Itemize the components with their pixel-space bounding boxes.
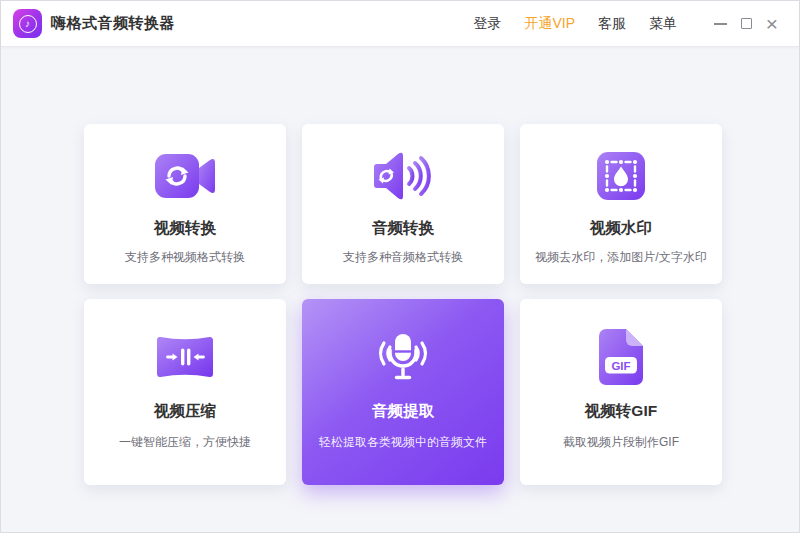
card-title: 音频提取 bbox=[372, 401, 434, 422]
card-subtitle: 支持多种音频格式转换 bbox=[337, 249, 469, 266]
main-area: 视频转换 支持多种视频格式转换 音频 bbox=[1, 47, 799, 532]
video-convert-icon bbox=[154, 147, 216, 205]
card-audio-extract[interactable]: 音频提取 轻松提取各类视频中的音频文件 bbox=[302, 299, 504, 485]
audio-convert-icon bbox=[371, 147, 435, 205]
titlebar-right: 登录 开通VIP 客服 菜单 × bbox=[450, 11, 785, 37]
card-title: 视频压缩 bbox=[154, 401, 216, 422]
card-video-to-gif[interactable]: GIF 视频转GIF 截取视频片段制作GIF bbox=[520, 299, 722, 485]
support-link[interactable]: 客服 bbox=[598, 15, 626, 33]
login-link[interactable]: 登录 bbox=[473, 15, 501, 33]
maximize-icon bbox=[741, 18, 752, 29]
close-icon: × bbox=[766, 13, 778, 34]
title-bar: ♪ 嗨格式音频转换器 登录 开通VIP 客服 菜单 × bbox=[1, 1, 799, 47]
window-controls: × bbox=[707, 11, 785, 37]
card-title: 视频水印 bbox=[590, 218, 652, 239]
card-subtitle: 支持多种视频格式转换 bbox=[119, 249, 251, 266]
gif-label: GIF bbox=[611, 360, 630, 372]
vip-link[interactable]: 开通VIP bbox=[524, 15, 575, 33]
maximize-button[interactable] bbox=[733, 11, 759, 37]
card-title: 视频转换 bbox=[154, 218, 216, 239]
card-audio-convert[interactable]: 音频转换 支持多种音频格式转换 bbox=[302, 124, 504, 284]
video-watermark-icon bbox=[596, 147, 646, 205]
card-title: 视频转GIF bbox=[585, 401, 657, 422]
card-video-convert[interactable]: 视频转换 支持多种视频格式转换 bbox=[84, 124, 286, 284]
minimize-button[interactable] bbox=[707, 11, 733, 37]
menu-link[interactable]: 菜单 bbox=[649, 15, 677, 33]
video-to-gif-icon: GIF bbox=[597, 326, 645, 388]
feature-grid: 视频转换 支持多种视频格式转换 音频 bbox=[84, 124, 722, 485]
card-subtitle: 截取视频片段制作GIF bbox=[557, 434, 685, 451]
music-note-icon: ♪ bbox=[19, 15, 37, 33]
card-subtitle: 一键智能压缩，方便快捷 bbox=[113, 434, 257, 451]
close-button[interactable]: × bbox=[759, 11, 785, 37]
app-title: 嗨格式音频转换器 bbox=[51, 14, 175, 33]
card-subtitle: 轻松提取各类视频中的音频文件 bbox=[313, 434, 493, 451]
audio-extract-icon bbox=[371, 326, 435, 388]
card-subtitle: 视频去水印，添加图片/文字水印 bbox=[529, 249, 712, 266]
minimize-icon bbox=[714, 23, 727, 25]
app-window: ♪ 嗨格式音频转换器 登录 开通VIP 客服 菜单 × bbox=[0, 0, 800, 533]
card-title: 音频转换 bbox=[372, 218, 434, 239]
video-compress-icon bbox=[155, 326, 215, 388]
app-logo-icon: ♪ bbox=[13, 9, 42, 38]
card-video-compress[interactable]: 视频压缩 一键智能压缩，方便快捷 bbox=[84, 299, 286, 485]
card-video-watermark[interactable]: 视频水印 视频去水印，添加图片/文字水印 bbox=[520, 124, 722, 284]
